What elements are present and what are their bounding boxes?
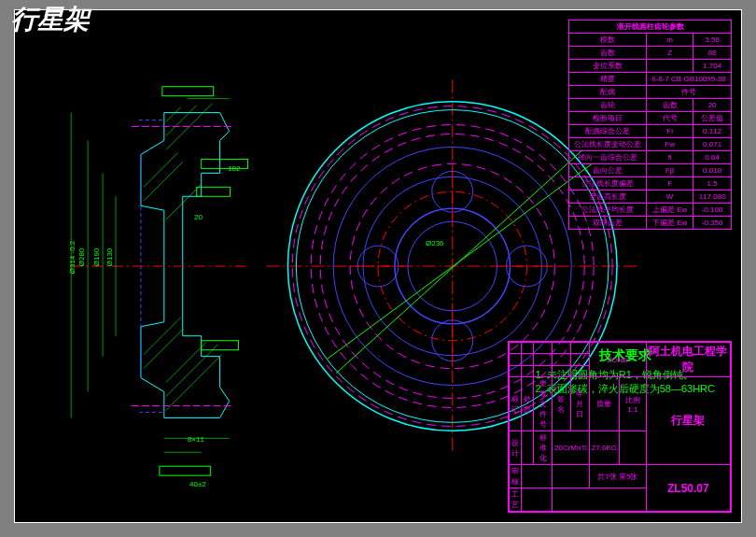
section-view [71,87,247,475]
svg-rect-27 [202,341,239,350]
material: 20CrMnTi [553,431,590,465]
title-overlay: 行星架 [11,2,90,37]
dim-d190: Ø190 [92,248,101,267]
dim-40pm2: 40±2 [189,480,206,488]
dim-d280: Ø280 [77,248,86,267]
svg-line-0 [166,107,181,122]
dim-d236: Ø236 [426,239,444,247]
svg-line-7 [166,345,218,397]
sheet-info: 共7张 第5张 [589,465,646,488]
gear-table-title: 渐开线圆柱齿轮参数 [569,21,732,34]
dim-8x11: 8×11 [188,435,204,444]
part-number: ZL50.07 [646,465,730,512]
svg-line-3 [144,152,178,187]
gear-parameter-table: 渐开线圆柱齿轮参数 模数m3.58 齿数Z88 变位系数1.704 精度8-8-… [568,20,732,230]
dim-20: 20 [194,213,203,221]
svg-line-1 [166,106,197,136]
title-block: ZONE 阿土机电工程学院 标记 处数 更改文件号 签名 年月日 质量 比例1:… [508,341,732,513]
institution: 阿土机电工程学院 [646,343,730,377]
svg-line-8 [166,355,222,411]
drawing-frame: Ø314 -0.2 Ø280 Ø190 Ø130 102 8×11 40±2 2… [14,9,742,523]
dim-d130: Ø130 [105,248,114,267]
svg-rect-24 [162,87,214,96]
svg-rect-28 [160,466,211,475]
svg-rect-25 [202,159,248,168]
zone: ZONE [589,343,646,377]
svg-line-9 [144,318,181,355]
dim-102: 102 [228,164,240,173]
dim-d314: Ø314 -0.2 [68,241,77,275]
part-name: 行星架 [646,377,730,465]
